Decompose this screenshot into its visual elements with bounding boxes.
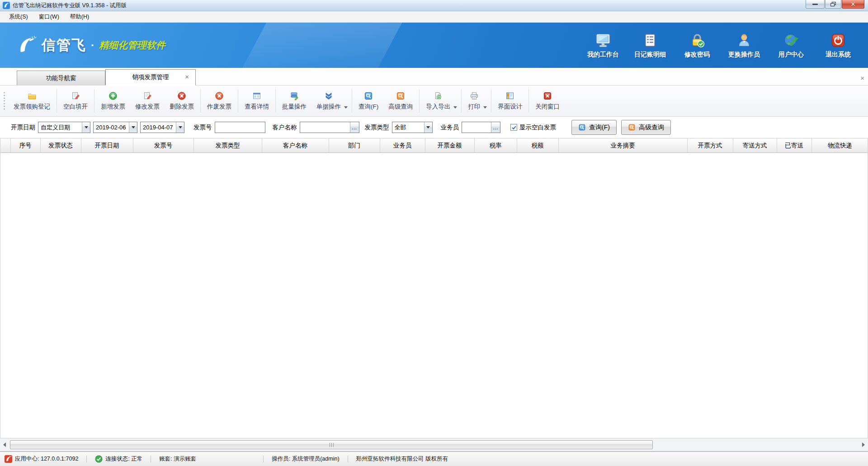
chevron-down-icon[interactable] (424, 122, 432, 133)
column-header-invoice-status[interactable]: 发票状态 (40, 138, 81, 153)
scroll-right-arrow-icon[interactable] (862, 442, 865, 447)
header-action-exit-system[interactable]: 退出系统 (815, 32, 862, 59)
add-invoice-plus-icon (108, 91, 118, 101)
customer-name-input[interactable] (300, 122, 350, 133)
header-action-my-workbench[interactable]: 我的工作台 (580, 32, 627, 59)
status-operator: 操作员: 系统管理员(admin) (272, 455, 339, 463)
column-header-invoice-amount[interactable]: 开票金额 (425, 138, 474, 153)
advanced-search-orange-icon (396, 91, 406, 101)
scrollbar-thumb[interactable] (10, 440, 653, 449)
salesman-input[interactable] (462, 122, 491, 133)
toolbar-button-import-export[interactable]: 导入导出 (421, 89, 455, 113)
customer-lookup-ellipsis-icon[interactable]: … (350, 122, 359, 133)
toolbar-button-delete-invoice[interactable]: 删除发票 (165, 89, 199, 113)
toolbar-button-invoice-purchase-register[interactable]: 发票领购登记 (9, 89, 55, 113)
date-from-select[interactable]: 2019-02-06 (93, 122, 137, 133)
menu-window[interactable]: 窗口(W) (33, 12, 65, 22)
tab-close-icon[interactable]: × (185, 73, 189, 80)
table-body-empty[interactable] (0, 153, 868, 438)
tab-sales-invoice-management[interactable]: 销项发票管理 × (105, 69, 196, 86)
date-to-select[interactable]: 2019-04-07 (140, 122, 184, 133)
minimize-button[interactable] (806, 0, 825, 9)
chevron-down-icon[interactable] (129, 122, 137, 133)
menu-help[interactable]: 帮助(H) (65, 12, 94, 22)
column-header-invoice-date[interactable]: 开票日期 (81, 138, 133, 153)
toolbar-button-edit-invoice[interactable]: 修改发票 (130, 89, 165, 113)
chevron-down-icon[interactable] (82, 122, 90, 133)
horizontal-scrollbar[interactable] (0, 438, 868, 452)
app-logo-icon (3, 2, 10, 9)
date-mode-select[interactable]: 自定义日期 (38, 122, 90, 133)
toolbar-separator (238, 89, 238, 113)
tabbar-close-icon[interactable]: × (860, 75, 864, 81)
salesman-lookup-ellipsis-icon[interactable]: … (491, 122, 500, 133)
search-blue-icon (578, 124, 586, 131)
ui-design-icon (505, 91, 515, 101)
print-dropdown-arrow-icon[interactable] (483, 106, 487, 109)
query-button[interactable]: 查询(F) (571, 120, 617, 135)
status-separator (348, 456, 348, 462)
column-header-tax-rate[interactable]: 税率 (474, 138, 517, 153)
close-window-red-icon (542, 91, 552, 101)
header-action-user-center[interactable]: 用户中心 (768, 32, 815, 59)
toolbar-separator (461, 89, 462, 113)
toolbar-button-batch-operation[interactable]: 批量操作 (277, 89, 311, 113)
header-action-journal-detail[interactable]: 日记账明细 (627, 32, 674, 59)
connection-ok-icon (95, 455, 103, 463)
toolbar-button-query[interactable]: 查询(F) (354, 89, 383, 113)
invoice-no-label: 发票号 (193, 124, 212, 132)
toolbar-button-ui-design[interactable]: 界面设计 (493, 89, 527, 113)
brand-separator: · (91, 39, 94, 52)
change-password-lock-icon (689, 32, 705, 48)
import-export-dropdown-arrow-icon[interactable] (453, 106, 457, 109)
header-action-switch-operator[interactable]: 更换操作员 (721, 32, 768, 59)
app-center-logo-icon (5, 455, 12, 463)
toolbar-button-advanced-query[interactable]: 高级查询 (383, 89, 418, 113)
checkbox-checked-icon (510, 124, 517, 131)
close-button[interactable]: ✕ (842, 0, 864, 9)
toolbar-button-view-detail[interactable]: 查看详情 (240, 89, 274, 113)
column-header-delivered[interactable]: 已寄送 (777, 138, 811, 153)
toolbar-button-blank-fill[interactable]: 空白填开 (58, 89, 93, 113)
invoice-type-select[interactable]: 全部 (392, 122, 433, 133)
column-header-delivery-method[interactable]: 寄送方式 (733, 138, 777, 153)
invoice-date-label: 开票日期 (11, 124, 35, 132)
column-header-salesman[interactable]: 业务员 (380, 138, 425, 153)
advanced-query-button[interactable]: 高级查询 (621, 120, 671, 135)
column-header-business-summary[interactable]: 业务摘要 (558, 138, 687, 153)
toolbar-grip[interactable] (3, 91, 6, 110)
menu-system[interactable]: 系统(S) (4, 12, 33, 22)
show-blank-invoice-checkbox[interactable]: 显示空白发票 (510, 124, 556, 132)
column-header-invoice-no[interactable]: 发票号 (133, 138, 193, 153)
scroll-left-arrow-icon[interactable] (3, 442, 6, 447)
invoice-type-label: 发票类型 (365, 124, 389, 132)
status-copyright: 郑州亚拓软件科技有限公司 版权所有 (356, 455, 448, 463)
column-header-tax-amount[interactable]: 税额 (517, 138, 558, 153)
header-action-change-password[interactable]: 修改密码 (674, 32, 721, 59)
column-header-customer-name[interactable]: 客户名称 (262, 138, 329, 153)
toolbar: 发票领购登记 空白填开 新增发票 修改发票 删除发票 (0, 86, 868, 117)
toolbar-button-print[interactable]: 打印 (463, 89, 485, 113)
column-header-logistics[interactable]: 物流快递 (811, 138, 868, 153)
toolbar-button-void-invoice[interactable]: 作废发票 (202, 89, 236, 113)
toolbar-button-document-operation[interactable]: 单据操作 (311, 89, 346, 113)
column-header-invoice-type[interactable]: 发票类型 (193, 138, 262, 153)
salesman-field: … (462, 122, 500, 133)
chevron-down-icon[interactable] (176, 122, 184, 133)
status-app-center: 应用中心: 127.0.0.1:7092 (15, 455, 78, 463)
minimize-icon (812, 4, 818, 5)
brand-name: 信管飞 (42, 36, 86, 55)
restore-button[interactable] (825, 0, 841, 9)
toolbar-separator (528, 89, 529, 113)
invoice-no-field (215, 122, 265, 133)
column-header-issue-method[interactable]: 开票方式 (687, 138, 733, 153)
print-icon (469, 91, 479, 101)
column-header-seq[interactable]: 序号 (10, 138, 40, 153)
column-header-department[interactable]: 部门 (329, 138, 380, 153)
document-operation-dropdown-arrow-icon[interactable] (344, 106, 348, 109)
menubar: 系统(S) 窗口(W) 帮助(H) (0, 11, 868, 23)
toolbar-button-close-window[interactable]: 关闭窗口 (530, 89, 565, 113)
invoice-no-input[interactable] (215, 122, 265, 133)
toolbar-button-add-invoice[interactable]: 新增发票 (96, 89, 130, 113)
tab-function-nav[interactable]: 功能导航窗 (17, 71, 105, 85)
